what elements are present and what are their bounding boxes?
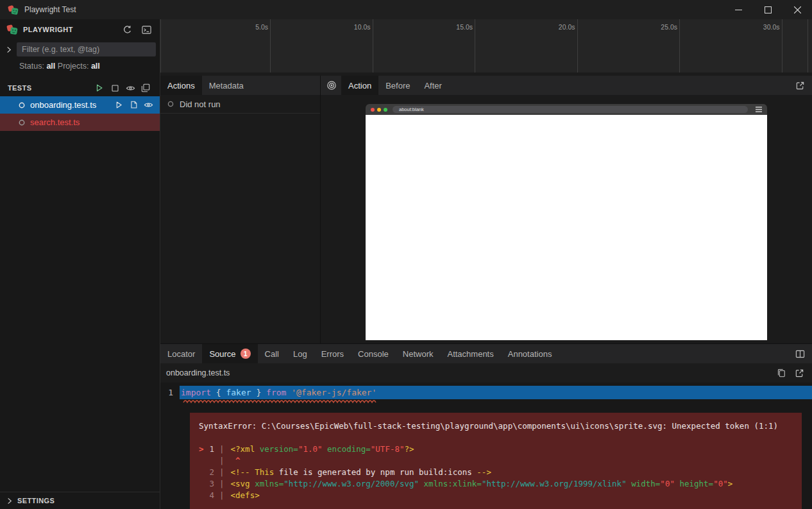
status-line: Status: all Projects: all [0,58,160,73]
code-frame-line: >1|<?xml version="1.0" encoding="UTF-8"?… [199,444,793,455]
error-block: SyntaxError: C:\Courses\EpicWeb\full-sta… [190,413,802,509]
projects-label: Projects: [58,62,89,71]
details-pane: Locator Source 1 Call Log Errors Console… [160,343,812,509]
tab-annotations[interactable]: Annotations [501,344,559,363]
traffic-green-icon [384,108,387,112]
status-circle-icon [167,101,174,107]
run-all-icon[interactable] [92,81,107,95]
tests-section-header: TESTS [0,80,160,96]
address-bar: about:blank [393,106,748,113]
source-toolbar: onboarding.test.ts [160,363,812,383]
open-source-external-icon[interactable] [792,366,806,380]
snapshot-view: about:blank [321,95,812,343]
browser-chrome: about:blank [366,104,767,115]
watch-all-icon[interactable] [123,81,138,95]
timeline-tick-label: 30.0s [763,23,780,31]
run-test-icon[interactable] [115,101,123,109]
maximize-button[interactable] [753,0,782,19]
actions-list: Did not run [160,95,320,343]
tab-action[interactable]: Action [341,76,378,95]
actions-tabbar: Actions Metadata [160,76,320,95]
did-not-run-row: Did not run [160,95,320,114]
actions-pane: Actions Metadata Did not run [160,76,321,343]
hamburger-menu-icon [756,107,762,112]
playwright-masks-icon [6,24,18,35]
split-view-icon[interactable] [793,347,807,361]
settings-label: SETTINGS [17,497,55,505]
code-frame: >1|<?xml version="1.0" encoding="UTF-8"?… [199,444,793,501]
source-line-1: 1 import { faker } from '@faker-js/faker… [160,386,812,399]
timeline[interactable]: 5.0s10.0s15.0s20.0s25.0s30.0s [160,19,812,73]
error-squiggle [183,399,376,404]
source-filename: onboarding.test.ts [166,368,770,377]
open-in-editor-icon[interactable] [129,101,138,110]
reload-tests-icon[interactable] [120,22,134,37]
source-view[interactable]: 1 import { faker } from '@faker-js/faker… [160,383,812,509]
snapshot-page [366,115,767,340]
error-message: SyntaxError: C:\Courses\EpicWeb\full-sta… [199,420,793,432]
tab-attachments[interactable]: Attachments [440,344,500,363]
tab-locator[interactable]: Locator [160,344,202,363]
collapse-all-icon[interactable] [138,81,153,95]
tab-after[interactable]: After [417,76,448,95]
app-window: Playwright Test [0,0,812,509]
squiggle-path [183,401,376,402]
code-frame-line: 2|<!-- This file is generated by npm run… [199,467,793,478]
test-item-label: onboarding.test.ts [30,100,110,110]
timeline-tick-label: 25.0s [661,23,677,31]
snapshot-tabbar: Action Before After [321,76,812,95]
test-status-circle-icon [19,102,25,108]
tab-before[interactable]: Before [378,76,417,95]
filter-row [0,41,160,58]
window-title: Playwright Test [24,5,76,14]
status-value[interactable]: all [46,62,55,71]
did-not-run-label: Did not run [180,99,221,109]
test-item-search[interactable]: search.test.ts [0,114,160,131]
timeline-tick-label: 5.0s [255,23,268,31]
timeline-tick-label: 10.0s [354,23,371,31]
snapshot-pane: Action Before After [321,76,812,343]
sidebar-title: PLAYWRIGHT [23,26,115,33]
test-status-circle-icon [19,119,25,126]
titlebar: Playwright Test [0,0,812,19]
pick-locator-icon[interactable] [325,78,339,92]
test-item-onboarding[interactable]: onboarding.test.ts [0,96,160,114]
chevron-right-icon[interactable] [1,42,15,56]
open-snapshot-external-icon[interactable] [793,78,807,92]
sidebar-header: PLAYWRIGHT [0,19,160,40]
tab-source[interactable]: Source 1 [202,344,257,363]
tab-console[interactable]: Console [351,344,396,363]
test-item-label: search.test.ts [30,117,160,127]
details-tabbar: Locator Source 1 Call Log Errors Console… [160,344,812,363]
code-frame-line: 3|<svg xmlns="http://www.w3.org/2000/svg… [199,478,793,490]
settings-section[interactable]: SETTINGS [0,492,160,509]
status-label: Status: [19,62,44,71]
stop-icon[interactable] [107,81,123,95]
tab-log[interactable]: Log [286,344,314,363]
main-area: 5.0s10.0s15.0s20.0s25.0s30.0s Actions Me… [160,19,812,509]
filter-input[interactable] [17,42,156,56]
terminal-icon[interactable] [139,22,153,37]
traffic-yellow-icon [377,108,381,112]
tests-title: TESTS [8,84,92,92]
page-url: about:blank [399,107,424,112]
code-frame-line: 4|<defs> [199,490,793,501]
tab-network[interactable]: Network [396,344,441,363]
chevron-right-icon [6,497,13,505]
close-button[interactable] [782,0,812,19]
tab-call[interactable]: Call [258,344,286,363]
copy-icon[interactable] [774,366,788,380]
timeline-tick-label: 20.0s [559,23,575,31]
minimize-button[interactable] [723,0,753,19]
line-number: 1 [160,386,180,399]
watch-test-icon[interactable] [144,100,153,110]
traffic-red-icon [371,108,375,112]
tab-errors[interactable]: Errors [314,344,351,363]
timeline-tick-label: 15.0s [456,23,473,31]
error-count-badge: 1 [241,349,251,359]
tab-metadata[interactable]: Metadata [202,76,251,95]
projects-value[interactable]: all [91,62,100,71]
line-code: import { faker } from '@faker-js/faker' [180,386,812,399]
tab-actions[interactable]: Actions [160,76,202,95]
browser-snapshot: about:blank [366,104,767,340]
